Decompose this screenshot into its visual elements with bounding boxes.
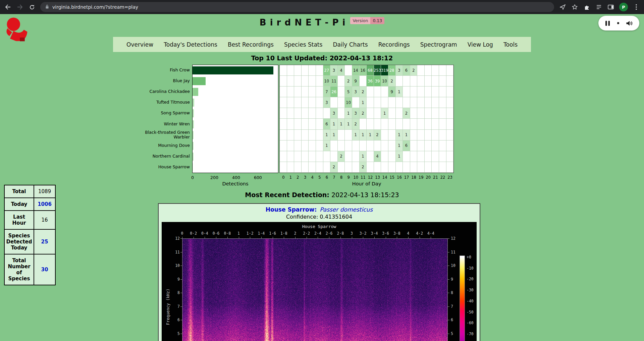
heatmap-cell bbox=[330, 97, 338, 108]
nav-item-recordings[interactable]: Recordings bbox=[378, 41, 410, 48]
detections-bar bbox=[193, 120, 194, 128]
heatmap-cell bbox=[294, 87, 302, 97]
reload-button[interactable] bbox=[28, 3, 36, 11]
heatmap-cell: 14 bbox=[352, 65, 360, 76]
nav-item-today-s-detections[interactable]: Today's Detections bbox=[164, 41, 217, 48]
heatmap-cell bbox=[388, 108, 396, 119]
heatmap-cell: 1 bbox=[396, 140, 403, 151]
heatmap-cell bbox=[388, 140, 396, 151]
heatmap-cell bbox=[425, 65, 432, 76]
freq-tick-mark bbox=[448, 279, 449, 280]
heatmap-cell bbox=[367, 108, 374, 119]
heatmap-cell bbox=[417, 108, 425, 119]
hour-tick: 23 bbox=[447, 175, 452, 180]
back-button[interactable] bbox=[4, 3, 11, 11]
freq-tick-label: 5 bbox=[451, 331, 464, 336]
heatmap-cell: 1 bbox=[396, 151, 403, 162]
nav-item-daily-charts[interactable]: Daily Charts bbox=[333, 41, 368, 48]
db-tick-label: -20 bbox=[467, 277, 474, 281]
time-tick-label: 3·6 bbox=[382, 231, 389, 236]
heatmap-cell bbox=[432, 65, 439, 76]
time-tick-label: 3·8 bbox=[393, 231, 400, 236]
hour-tick: 21 bbox=[433, 175, 438, 180]
stat-value[interactable]: 30 bbox=[34, 254, 55, 285]
freq-tick-label: 7 bbox=[162, 304, 180, 309]
lock-icon bbox=[45, 4, 49, 10]
extensions-icon[interactable] bbox=[583, 3, 590, 11]
time-tick-label: 1·6 bbox=[269, 231, 276, 236]
side-panel-icon[interactable] bbox=[607, 3, 614, 11]
page: B i r d N E T - P iVersion0.13 OverviewT… bbox=[0, 14, 644, 341]
heatmap-cell bbox=[302, 108, 309, 119]
heatmap-cell bbox=[367, 119, 374, 129]
heatmap-cell: 1 bbox=[403, 130, 410, 140]
address-bar[interactable]: virginia.birdnetpi.com/?stream=play bbox=[40, 2, 554, 12]
heatmap-cell: 10 bbox=[345, 97, 352, 108]
heatmap-cell: 16 bbox=[360, 65, 367, 76]
pause-button[interactable] bbox=[605, 20, 610, 26]
heatmap-cell bbox=[396, 162, 403, 173]
stat-value[interactable]: 1006 bbox=[34, 198, 55, 211]
heatmap-cell bbox=[338, 76, 345, 87]
heatmap-cell bbox=[417, 97, 425, 108]
freq-tick-mark bbox=[180, 279, 182, 280]
nav-item-tools[interactable]: Tools bbox=[503, 41, 518, 48]
forward-button[interactable] bbox=[16, 3, 23, 11]
stat-value[interactable]: 25 bbox=[34, 229, 55, 254]
heatmap-cell bbox=[338, 140, 345, 151]
send-to-device-icon[interactable] bbox=[559, 3, 566, 11]
app-title: B i r d N E T - P i bbox=[260, 17, 346, 27]
heatmap-cell bbox=[367, 162, 374, 173]
heatmap-cell bbox=[446, 65, 454, 76]
detection-species-link[interactable]: House Sparrow: bbox=[266, 206, 317, 213]
heatmap-cell: 10 bbox=[381, 76, 388, 87]
volume-button[interactable] bbox=[626, 20, 633, 26]
heatmap-cell bbox=[294, 151, 302, 162]
spectrogram-panel: House Sparrow:Passer domesticus Confiden… bbox=[158, 203, 480, 341]
heatmap-cell bbox=[287, 119, 294, 129]
profile-avatar[interactable]: P bbox=[619, 3, 628, 11]
detection-scientific-name[interactable]: Passer domesticus bbox=[320, 206, 373, 213]
heatmap-cell bbox=[417, 130, 425, 140]
heatmap-cell bbox=[410, 76, 418, 87]
time-tick-mark bbox=[273, 237, 273, 238]
top-chart: Fish CrowBlue JayCarolina ChickadeeTufte… bbox=[136, 65, 458, 192]
menu-button[interactable] bbox=[633, 3, 640, 11]
heatmap-cell: 1 bbox=[360, 130, 367, 140]
hour-tick: 13 bbox=[375, 175, 380, 180]
heatmap-cell bbox=[345, 65, 352, 76]
nav-item-overview[interactable]: Overview bbox=[126, 41, 153, 48]
nav-item-best-recordings[interactable]: Best Recordings bbox=[228, 41, 274, 48]
freq-tick-mark bbox=[448, 334, 449, 334]
heatmap-cell bbox=[316, 76, 323, 87]
time-tick-mark bbox=[307, 237, 307, 238]
heatmap-cell bbox=[345, 130, 352, 140]
bar-row bbox=[193, 76, 278, 87]
heatmap-cell bbox=[374, 87, 381, 97]
heatmap-cell bbox=[417, 87, 425, 97]
heatmap-cell: 6 bbox=[403, 140, 410, 151]
hour-tick: 22 bbox=[440, 175, 445, 180]
heatmap-cell bbox=[338, 108, 345, 119]
spectrogram-title: House Sparrow bbox=[162, 224, 477, 229]
player-overflow-icon[interactable] bbox=[617, 22, 620, 24]
reading-list-icon[interactable] bbox=[595, 3, 602, 11]
heatmap-cell: 26 bbox=[330, 87, 338, 97]
heatmap-cell bbox=[439, 65, 446, 76]
nav-item-spectrogram[interactable]: Spectrogram bbox=[420, 41, 457, 48]
heatmap-cell bbox=[417, 65, 425, 76]
time-tick-mark bbox=[295, 237, 296, 238]
nav-item-species-stats[interactable]: Species Stats bbox=[284, 41, 322, 48]
heatmap-cell bbox=[352, 140, 360, 151]
time-tick-label: 0·8 bbox=[224, 231, 231, 236]
freq-tick-label: 11 bbox=[451, 250, 464, 254]
heatmap-cell: 3 bbox=[330, 108, 338, 119]
heatmap-cell bbox=[432, 87, 439, 97]
heatmap-cell bbox=[374, 108, 381, 119]
heatmap-cell bbox=[338, 162, 345, 173]
nav-item-view-log[interactable]: View Log bbox=[468, 41, 493, 48]
stat-label: Today bbox=[4, 198, 34, 211]
heatmap-cell bbox=[446, 108, 454, 119]
heatmap-cell: 3 bbox=[352, 87, 360, 97]
bookmark-star-icon[interactable] bbox=[571, 3, 578, 11]
